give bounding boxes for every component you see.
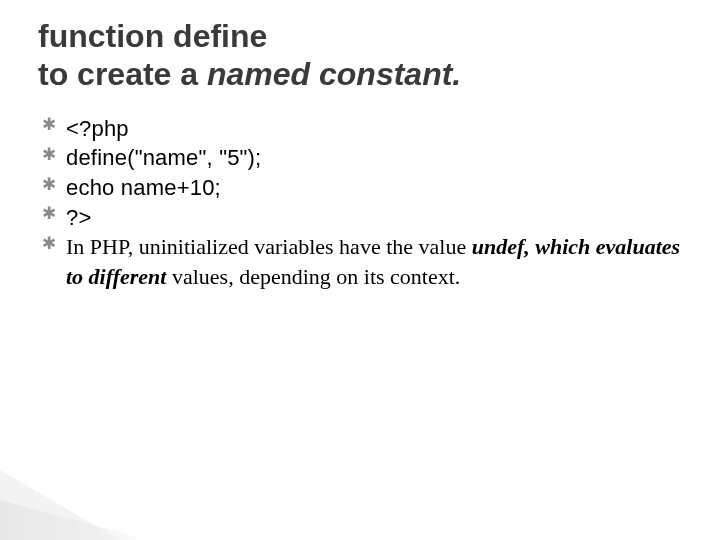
code-line: ✱ echo name+10; — [44, 173, 682, 203]
decorative-wedge — [0, 470, 180, 540]
bullet-icon: ✱ — [42, 114, 56, 137]
svg-marker-1 — [0, 470, 120, 540]
para-lead: In PHP, uninitialized variables have the… — [66, 234, 472, 259]
bullet-list: ✱ <?php ✱ define("name", "5"); ✱ echo na… — [38, 114, 682, 292]
body-paragraph: In PHP, uninitialized variables have the… — [66, 234, 680, 289]
bullet-icon: ✱ — [42, 174, 56, 197]
code-text: <?php — [66, 116, 129, 141]
title-line-2-emph: named constant. — [207, 56, 461, 92]
bullet-icon: ✱ — [42, 203, 56, 226]
title-line-2-prefix: to create a — [38, 56, 207, 92]
para-emph-undef: undef, — [472, 234, 530, 259]
para-tail: values, depending on its context. — [166, 264, 460, 289]
title-line-1: function define — [38, 18, 267, 54]
code-line: ✱ define("name", "5"); — [44, 143, 682, 173]
bullet-icon: ✱ — [42, 233, 56, 256]
bullet-icon: ✱ — [42, 144, 56, 167]
body-bullet: ✱ In PHP, uninitialized variables have t… — [44, 232, 682, 291]
code-text: define("name", "5"); — [66, 145, 261, 170]
code-line: ✱ <?php — [44, 114, 682, 144]
slide-title: function define to create a named consta… — [38, 18, 682, 94]
code-text: ?> — [66, 205, 91, 230]
svg-marker-0 — [0, 500, 150, 540]
code-text: echo name+10; — [66, 175, 221, 200]
code-line: ✱ ?> — [44, 203, 682, 233]
slide: function define to create a named consta… — [0, 0, 720, 540]
